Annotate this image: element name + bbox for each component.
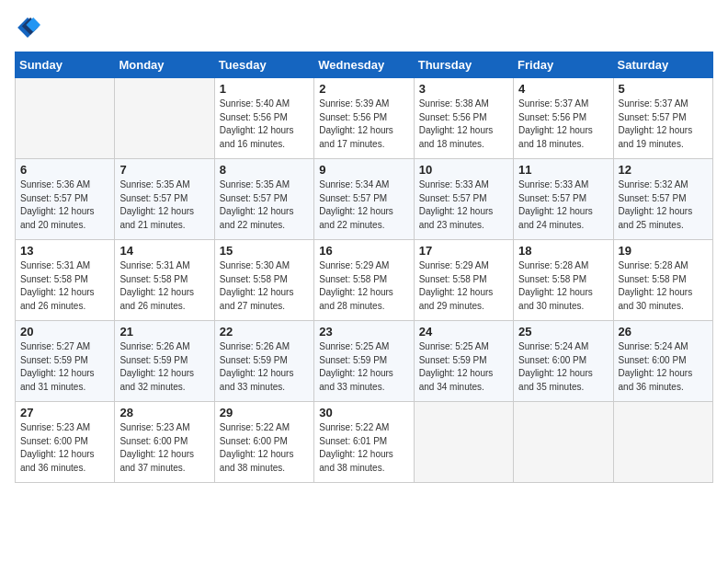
- day-number: 18: [518, 244, 608, 258]
- col-header-wednesday: Wednesday: [314, 52, 414, 78]
- logo-icon: [15, 15, 40, 40]
- calendar-cell: 7Sunrise: 5:35 AMSunset: 5:57 PMDaylight…: [115, 159, 214, 240]
- day-number: 30: [319, 406, 408, 419]
- col-header-thursday: Thursday: [414, 52, 513, 78]
- calendar-cell: 28Sunrise: 5:23 AMSunset: 6:00 PMDayligh…: [115, 402, 214, 483]
- calendar-cell: 11Sunrise: 5:33 AMSunset: 5:57 PMDayligh…: [514, 159, 613, 240]
- calendar-cell: 13Sunrise: 5:31 AMSunset: 5:58 PMDayligh…: [16, 240, 115, 321]
- col-header-saturday: Saturday: [613, 52, 712, 78]
- calendar-cell: 22Sunrise: 5:26 AMSunset: 5:59 PMDayligh…: [214, 321, 313, 402]
- calendar-cell: 19Sunrise: 5:28 AMSunset: 5:58 PMDayligh…: [613, 240, 712, 321]
- day-number: 26: [619, 325, 708, 339]
- day-number: 25: [518, 325, 608, 339]
- day-number: 24: [419, 325, 508, 339]
- day-number: 2: [319, 82, 408, 96]
- day-number: 16: [319, 244, 408, 258]
- day-info: Sunrise: 5:33 AMSunset: 5:57 PMDaylight:…: [419, 178, 508, 232]
- calendar-week-row: 13Sunrise: 5:31 AMSunset: 5:58 PMDayligh…: [16, 240, 713, 321]
- calendar-cell: 3Sunrise: 5:38 AMSunset: 5:56 PMDaylight…: [414, 78, 513, 159]
- col-header-tuesday: Tuesday: [214, 52, 313, 78]
- calendar-cell: 8Sunrise: 5:35 AMSunset: 5:57 PMDaylight…: [214, 159, 313, 240]
- day-info: Sunrise: 5:29 AMSunset: 5:58 PMDaylight:…: [419, 259, 508, 313]
- day-info: Sunrise: 5:30 AMSunset: 5:58 PMDaylight:…: [220, 259, 309, 313]
- calendar-cell: 20Sunrise: 5:27 AMSunset: 5:59 PMDayligh…: [16, 321, 115, 402]
- calendar-cell: 21Sunrise: 5:26 AMSunset: 5:59 PMDayligh…: [115, 321, 214, 402]
- calendar-week-row: 6Sunrise: 5:36 AMSunset: 5:57 PMDaylight…: [16, 159, 713, 240]
- day-number: 21: [119, 325, 209, 339]
- day-info: Sunrise: 5:22 AMSunset: 6:00 PMDaylight:…: [220, 421, 309, 475]
- day-info: Sunrise: 5:22 AMSunset: 6:01 PMDaylight:…: [319, 421, 408, 475]
- day-number: 17: [419, 244, 508, 258]
- calendar-cell: [613, 402, 712, 483]
- calendar-header-row: SundayMondayTuesdayWednesdayThursdayFrid…: [16, 52, 713, 78]
- calendar-cell: 15Sunrise: 5:30 AMSunset: 5:58 PMDayligh…: [214, 240, 313, 321]
- day-number: 23: [319, 325, 408, 339]
- day-info: Sunrise: 5:37 AMSunset: 5:56 PMDaylight:…: [518, 98, 608, 151]
- day-number: 27: [20, 406, 109, 419]
- calendar-cell: 18Sunrise: 5:28 AMSunset: 5:58 PMDayligh…: [514, 240, 613, 321]
- calendar-cell: 10Sunrise: 5:33 AMSunset: 5:57 PMDayligh…: [414, 159, 513, 240]
- day-number: 12: [619, 163, 708, 177]
- calendar-cell: 12Sunrise: 5:32 AMSunset: 5:57 PMDayligh…: [613, 159, 712, 240]
- day-number: 6: [20, 163, 109, 177]
- calendar-cell: [514, 402, 613, 483]
- calendar-week-row: 1Sunrise: 5:40 AMSunset: 5:56 PMDaylight…: [16, 78, 713, 159]
- day-info: Sunrise: 5:27 AMSunset: 5:59 PMDaylight:…: [20, 340, 109, 394]
- calendar-cell: 26Sunrise: 5:24 AMSunset: 6:00 PMDayligh…: [613, 321, 712, 402]
- col-header-monday: Monday: [115, 52, 214, 78]
- day-number: 1: [220, 82, 309, 96]
- day-info: Sunrise: 5:40 AMSunset: 5:56 PMDaylight:…: [220, 98, 309, 151]
- logo: [15, 15, 40, 40]
- day-info: Sunrise: 5:31 AMSunset: 5:58 PMDaylight:…: [20, 259, 109, 313]
- day-number: 14: [119, 244, 209, 258]
- day-number: 9: [319, 163, 408, 177]
- day-number: 20: [20, 325, 109, 339]
- calendar-cell: 6Sunrise: 5:36 AMSunset: 5:57 PMDaylight…: [16, 159, 115, 240]
- calendar-cell: 23Sunrise: 5:25 AMSunset: 5:59 PMDayligh…: [314, 321, 414, 402]
- day-info: Sunrise: 5:23 AMSunset: 6:00 PMDaylight:…: [20, 421, 109, 475]
- day-number: 19: [619, 244, 708, 258]
- calendar-cell: [115, 78, 214, 159]
- day-info: Sunrise: 5:26 AMSunset: 5:59 PMDaylight:…: [220, 340, 309, 394]
- calendar-cell: 4Sunrise: 5:37 AMSunset: 5:56 PMDaylight…: [514, 78, 613, 159]
- calendar-table: SundayMondayTuesdayWednesdayThursdayFrid…: [15, 52, 713, 483]
- day-info: Sunrise: 5:25 AMSunset: 5:59 PMDaylight:…: [419, 340, 508, 394]
- day-info: Sunrise: 5:38 AMSunset: 5:56 PMDaylight:…: [419, 98, 508, 151]
- day-info: Sunrise: 5:24 AMSunset: 6:00 PMDaylight:…: [518, 340, 608, 394]
- day-number: 4: [518, 82, 608, 96]
- day-number: 11: [518, 163, 608, 177]
- day-info: Sunrise: 5:33 AMSunset: 5:57 PMDaylight:…: [518, 178, 608, 232]
- day-info: Sunrise: 5:32 AMSunset: 5:57 PMDaylight:…: [619, 178, 708, 232]
- day-info: Sunrise: 5:35 AMSunset: 5:57 PMDaylight:…: [220, 178, 309, 232]
- day-number: 29: [220, 406, 309, 419]
- calendar-cell: [16, 78, 115, 159]
- day-info: Sunrise: 5:25 AMSunset: 5:59 PMDaylight:…: [319, 340, 408, 394]
- day-info: Sunrise: 5:28 AMSunset: 5:58 PMDaylight:…: [518, 259, 608, 313]
- day-number: 3: [419, 82, 508, 96]
- calendar-cell: 9Sunrise: 5:34 AMSunset: 5:57 PMDaylight…: [314, 159, 414, 240]
- calendar-cell: 14Sunrise: 5:31 AMSunset: 5:58 PMDayligh…: [115, 240, 214, 321]
- col-header-sunday: Sunday: [16, 52, 115, 78]
- calendar-cell: 5Sunrise: 5:37 AMSunset: 5:57 PMDaylight…: [613, 78, 712, 159]
- calendar-cell: 16Sunrise: 5:29 AMSunset: 5:58 PMDayligh…: [314, 240, 414, 321]
- day-info: Sunrise: 5:29 AMSunset: 5:58 PMDaylight:…: [319, 259, 408, 313]
- calendar-cell: 30Sunrise: 5:22 AMSunset: 6:01 PMDayligh…: [314, 402, 414, 483]
- calendar-week-row: 20Sunrise: 5:27 AMSunset: 5:59 PMDayligh…: [16, 321, 713, 402]
- day-number: 5: [619, 82, 708, 96]
- day-info: Sunrise: 5:31 AMSunset: 5:58 PMDaylight:…: [119, 259, 209, 313]
- day-info: Sunrise: 5:34 AMSunset: 5:57 PMDaylight:…: [319, 178, 408, 232]
- day-info: Sunrise: 5:28 AMSunset: 5:58 PMDaylight:…: [619, 259, 708, 313]
- calendar-cell: 2Sunrise: 5:39 AMSunset: 5:56 PMDaylight…: [314, 78, 414, 159]
- day-info: Sunrise: 5:35 AMSunset: 5:57 PMDaylight:…: [119, 178, 209, 232]
- day-number: 22: [220, 325, 309, 339]
- day-number: 13: [20, 244, 109, 258]
- calendar-cell: 25Sunrise: 5:24 AMSunset: 6:00 PMDayligh…: [514, 321, 613, 402]
- day-info: Sunrise: 5:26 AMSunset: 5:59 PMDaylight:…: [119, 340, 209, 394]
- calendar-cell: 29Sunrise: 5:22 AMSunset: 6:00 PMDayligh…: [214, 402, 313, 483]
- day-number: 8: [220, 163, 309, 177]
- day-info: Sunrise: 5:23 AMSunset: 6:00 PMDaylight:…: [119, 421, 209, 475]
- day-number: 28: [119, 406, 209, 419]
- day-number: 15: [220, 244, 309, 258]
- calendar-cell: [414, 402, 513, 483]
- day-info: Sunrise: 5:39 AMSunset: 5:56 PMDaylight:…: [319, 98, 408, 151]
